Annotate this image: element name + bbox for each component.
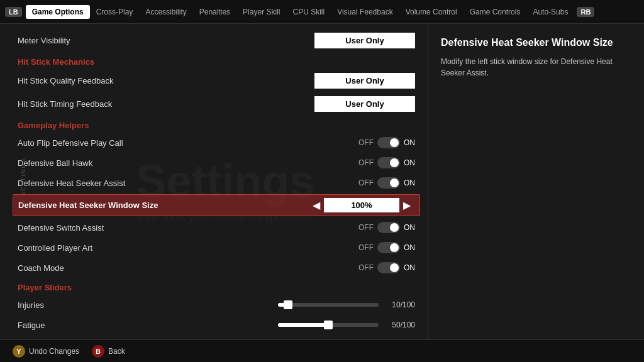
hit-stick-quality-row: Hit Stick Quality Feedback User Only bbox=[18, 69, 415, 92]
heat-seeker-assist-row: Defensive Heat Seeker Assist OFF ON bbox=[18, 173, 415, 193]
injuries-value: 10/100 bbox=[384, 300, 415, 309]
controlled-player-art-toggle-group: OFF ON bbox=[358, 242, 415, 253]
heat-seeker-assist-off-label: OFF bbox=[358, 178, 374, 187]
fatigue-track[interactable] bbox=[278, 323, 379, 327]
switch-assist-off-label: OFF bbox=[358, 223, 374, 232]
nav-item-visual-feedback[interactable]: Visual Feedback bbox=[331, 5, 399, 19]
switch-assist-label: Defensive Switch Assist bbox=[18, 223, 104, 233]
right-panel-title: Defensive Heat Seeker Window Size bbox=[441, 36, 631, 50]
ball-hawk-off-label: OFF bbox=[358, 158, 374, 167]
lb-badge[interactable]: LB bbox=[5, 7, 22, 17]
meter-visibility-label: Meter Visibility bbox=[18, 36, 70, 45]
hit-stick-timing-control: User Only bbox=[314, 96, 415, 112]
ball-hawk-toggle[interactable] bbox=[377, 157, 400, 168]
right-panel: Defensive Heat Seeker Window Size Modify… bbox=[428, 24, 644, 339]
meter-visibility-dropdown[interactable]: User Only bbox=[314, 33, 415, 48]
hit-stick-timing-row: Hit Stick Timing Feedback User Only bbox=[18, 92, 415, 116]
heat-seeker-assist-toggle-group: OFF ON bbox=[358, 177, 415, 189]
injuries-row: Injuries 10/100 bbox=[18, 295, 415, 315]
main-layout: Meter Visibility User Only Hit Stick Mec… bbox=[0, 24, 644, 339]
fatigue-value: 50/100 bbox=[384, 321, 415, 329]
controlled-player-art-off-label: OFF bbox=[358, 243, 374, 252]
heat-seeker-window-row[interactable]: Defensive Heat Seeker Window Size ◀ 100%… bbox=[13, 194, 420, 216]
hit-stick-timing-label: Hit Stick Timing Feedback bbox=[18, 99, 112, 109]
injuries-control: 10/100 bbox=[278, 300, 415, 309]
gameplay-helpers-heading: Gameplay Helpers bbox=[18, 116, 415, 133]
nav-item-volume-control[interactable]: Volume Control bbox=[399, 5, 464, 19]
meter-visibility-control: User Only bbox=[314, 33, 415, 48]
fatigue-label: Fatigue bbox=[18, 321, 45, 330]
bottom-bar: Y Undo Changes B Back bbox=[0, 339, 644, 362]
auto-flip-label: Auto Flip Defensive Play Call bbox=[18, 138, 123, 148]
undo-action[interactable]: Y Undo Changes bbox=[13, 345, 79, 358]
coach-mode-off-label: OFF bbox=[358, 263, 374, 272]
nav-item-penalties[interactable]: Penalties bbox=[193, 5, 236, 19]
coach-mode-row: Coach Mode OFF ON bbox=[18, 258, 415, 278]
side-label: // SETTINGS bbox=[20, 158, 26, 205]
hit-stick-timing-dropdown[interactable]: User Only bbox=[314, 96, 415, 112]
heat-seeker-assist-on-label: ON bbox=[404, 178, 415, 187]
nav-item-auto-subs[interactable]: Auto-Subs bbox=[526, 5, 574, 19]
undo-label: Undo Changes bbox=[29, 347, 79, 356]
b-button-badge: B bbox=[92, 345, 104, 358]
coach-mode-toggle[interactable] bbox=[377, 262, 400, 273]
ball-hawk-on-label: ON bbox=[404, 158, 415, 167]
ball-hawk-label: Defensive Ball Hawk bbox=[18, 158, 92, 168]
nav-item-player-skill[interactable]: Player Skill bbox=[236, 5, 286, 19]
heat-seeker-window-label: Defensive Heat Seeker Window Size bbox=[18, 200, 158, 210]
meter-visibility-row: Meter Visibility User Only bbox=[18, 29, 415, 52]
right-panel-description: Modify the left stick window size for De… bbox=[441, 56, 631, 79]
heat-seeker-window-right-arrow[interactable]: ▶ bbox=[399, 199, 414, 211]
back-label: Back bbox=[108, 347, 125, 356]
nav-item-accessibility[interactable]: Accessibility bbox=[139, 5, 192, 19]
auto-flip-off-label: OFF bbox=[358, 138, 374, 147]
y-button-badge: Y bbox=[13, 345, 25, 358]
auto-flip-row: Auto Flip Defensive Play Call OFF ON bbox=[18, 133, 415, 153]
auto-flip-toggle-group: OFF ON bbox=[358, 137, 415, 148]
player-speed-row: Player Speed Parity Scale 50/100 bbox=[18, 335, 415, 339]
controlled-player-art-row: Controlled Player Art OFF ON bbox=[18, 238, 415, 258]
left-panel: Meter Visibility User Only Hit Stick Mec… bbox=[0, 24, 428, 339]
switch-assist-toggle-group: OFF ON bbox=[358, 222, 415, 233]
heat-seeker-assist-toggle[interactable] bbox=[377, 177, 400, 189]
hit-stick-mechanics-heading: Hit Stick Mechanics bbox=[18, 52, 415, 69]
auto-flip-on-label: ON bbox=[404, 138, 415, 147]
nav-item-game-options[interactable]: Game Options bbox=[26, 5, 90, 19]
nav-item-cpu-skill[interactable]: CPU Skill bbox=[286, 5, 331, 19]
heat-seeker-window-control: ◀ 100% ▶ bbox=[309, 198, 414, 212]
ball-hawk-row: Defensive Ball Hawk OFF ON bbox=[18, 153, 415, 173]
ball-hawk-toggle-group: OFF ON bbox=[358, 157, 415, 168]
switch-assist-row: Defensive Switch Assist OFF ON bbox=[18, 217, 415, 238]
switch-assist-toggle[interactable] bbox=[377, 222, 400, 233]
fatigue-control: 50/100 bbox=[278, 321, 415, 329]
player-sliders-heading: Player Sliders bbox=[18, 278, 415, 295]
heat-seeker-window-value: 100% bbox=[324, 198, 399, 212]
controlled-player-art-toggle[interactable] bbox=[377, 242, 400, 253]
nav-item-cross-play[interactable]: Cross-Play bbox=[90, 5, 140, 19]
coach-mode-on-label: ON bbox=[404, 263, 415, 272]
auto-flip-toggle[interactable] bbox=[377, 137, 400, 148]
switch-assist-on-label: ON bbox=[404, 223, 415, 232]
hit-stick-quality-control: User Only bbox=[314, 73, 415, 89]
heat-seeker-assist-label: Defensive Heat Seeker Assist bbox=[18, 178, 125, 188]
back-action[interactable]: B Back bbox=[92, 345, 125, 358]
injuries-label: Injuries bbox=[18, 300, 44, 310]
fatigue-row: Fatigue 50/100 bbox=[18, 315, 415, 335]
rb-badge[interactable]: RB bbox=[577, 7, 594, 17]
injuries-track[interactable] bbox=[278, 303, 379, 307]
hit-stick-quality-label: Hit Stick Quality Feedback bbox=[18, 76, 113, 85]
nav-item-game-controls[interactable]: Game Controls bbox=[464, 5, 527, 19]
coach-mode-label: Coach Mode bbox=[18, 263, 64, 273]
coach-mode-toggle-group: OFF ON bbox=[358, 262, 415, 273]
controlled-player-art-label: Controlled Player Art bbox=[18, 243, 92, 253]
top-nav: LB Game Options Cross-Play Accessibility… bbox=[0, 0, 644, 24]
controlled-player-art-on-label: ON bbox=[404, 243, 415, 252]
heat-seeker-window-left-arrow[interactable]: ◀ bbox=[309, 199, 324, 211]
hit-stick-quality-dropdown[interactable]: User Only bbox=[314, 73, 415, 89]
